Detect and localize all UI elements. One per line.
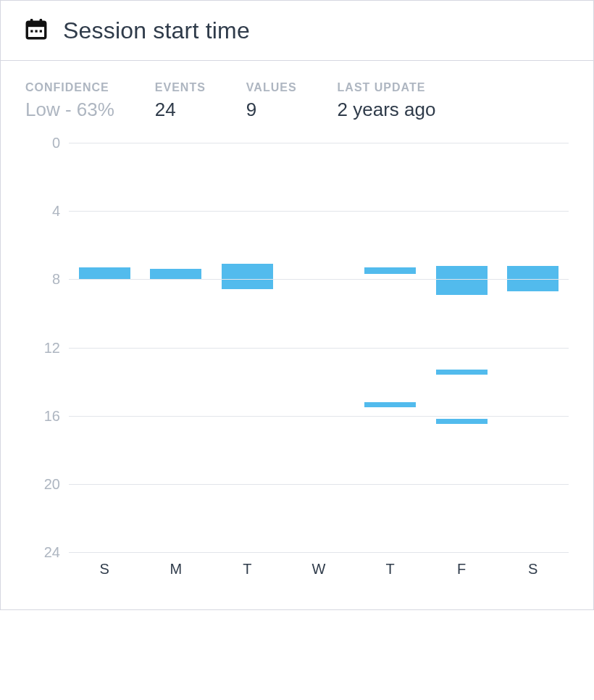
chart-plot-area: 04812162024 [69,143,569,552]
chart-bar [436,266,488,295]
chart-x-label: T [354,561,426,578]
chart-x-label: S [497,561,569,578]
stat-events: EVENTS 24 [155,81,206,121]
chart-gridline [69,211,569,212]
stat-confidence: CONFIDENCE Low - 63% [25,81,114,121]
chart-gridline [69,143,569,143]
session-card: Session start time CONFIDENCE Low - 63% … [0,0,594,610]
stat-label: EVENTS [155,81,206,94]
chart-bar [150,269,201,279]
chart-bar [436,370,488,375]
svg-rect-2 [30,19,33,24]
stat-value: Low - 63% [25,99,114,121]
chart-x-axis: SMTWTFS [69,561,569,578]
chart-container: 04812162024 SMTWTFS [1,128,593,609]
chart-x-label: S [69,561,141,578]
chart: 04812162024 SMTWTFS [69,143,569,578]
svg-rect-1 [27,22,46,27]
chart-x-label: M [141,561,212,578]
stat-values: VALUES 9 [246,81,297,121]
chart-x-label: F [426,561,498,578]
stat-last-update: LAST UPDATE 2 years ago [338,81,436,121]
stat-value: 24 [155,99,206,121]
stat-value: 2 years ago [338,99,436,121]
chart-x-label: T [212,561,283,578]
chart-gridline [69,416,569,417]
chart-gridline [69,552,569,553]
chart-y-tick: 8 [25,271,60,288]
svg-rect-6 [40,30,42,32]
stats-row: CONFIDENCE Low - 63% EVENTS 24 VALUES 9 … [1,61,593,128]
svg-rect-5 [35,30,37,32]
chart-bar [222,264,273,289]
card-title: Session start time [63,17,250,44]
stat-label: VALUES [246,81,297,94]
chart-bar [79,267,130,279]
stat-label: LAST UPDATE [338,81,436,94]
card-header: Session start time [1,1,593,61]
chart-gridline [69,348,569,349]
calendar-icon [24,17,49,44]
chart-y-tick: 20 [25,475,60,492]
chart-bar [364,267,416,274]
chart-bar [507,266,559,291]
svg-rect-3 [40,19,43,24]
chart-y-tick: 16 [25,407,60,424]
stat-label: CONFIDENCE [25,81,114,94]
stat-value: 9 [246,99,297,121]
chart-y-tick: 12 [25,339,60,356]
chart-y-tick: 0 [25,135,60,151]
chart-y-tick: 4 [25,203,60,220]
chart-bar [436,419,488,424]
svg-rect-4 [30,30,33,32]
chart-gridline [69,279,569,280]
chart-bar [364,402,416,407]
chart-y-tick: 24 [25,544,60,561]
chart-x-label: W [283,561,355,578]
chart-gridline [69,484,569,485]
